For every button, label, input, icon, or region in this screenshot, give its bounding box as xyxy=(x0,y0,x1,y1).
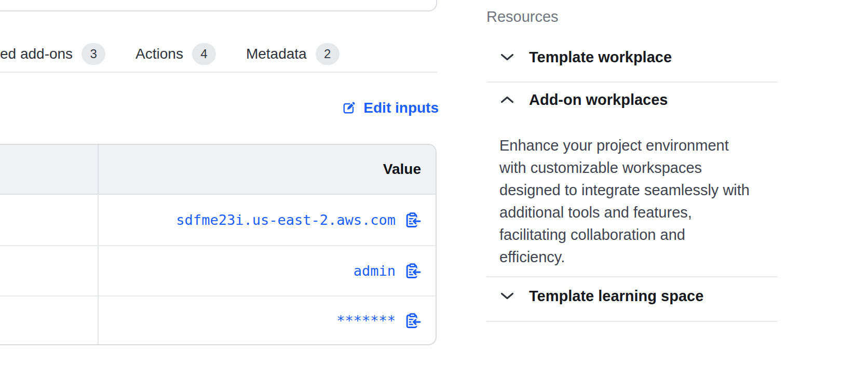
table-header-value-cell: Value xyxy=(99,145,436,194)
chevron-down-icon xyxy=(500,53,514,61)
table-row: admin xyxy=(0,246,436,296)
table-row-key-cell xyxy=(0,195,99,245)
tab-label: ed add-ons xyxy=(0,46,73,62)
table-row-key-cell xyxy=(0,296,99,344)
add-on-workplaces-description: Enhance your project environment with cu… xyxy=(499,134,762,268)
chevron-down-icon xyxy=(500,292,514,300)
copy-value-button[interactable] xyxy=(404,211,421,228)
accordion-template-learning-space[interactable]: Template learning space xyxy=(486,286,777,306)
tab-metadata[interactable]: Metadata 2 xyxy=(246,43,340,65)
section-divider xyxy=(486,276,777,277)
accordion-label: Template learning space xyxy=(529,288,703,305)
tab-count-badge: 2 xyxy=(316,43,340,65)
table-row: ******* xyxy=(0,296,436,344)
input-value-password-masked: ******* xyxy=(336,313,396,329)
table-row-key-cell xyxy=(0,246,99,295)
edit-inputs-label: Edit inputs xyxy=(363,100,439,116)
tab-bar: ed add-ons 3 Actions 4 Metadata 2 xyxy=(0,42,340,66)
edit-pencil-square-icon xyxy=(341,100,357,116)
tab-count-badge: 4 xyxy=(192,43,216,65)
copy-value-button[interactable] xyxy=(404,312,421,329)
resources-panel-title: Resources xyxy=(486,8,559,25)
tab-actions[interactable]: Actions 4 xyxy=(135,43,216,65)
tab-installed-add-ons[interactable]: ed add-ons 3 xyxy=(0,43,105,65)
tab-bar-divider xyxy=(0,72,437,73)
accordion-label: Add-on workplaces xyxy=(529,91,668,109)
table-row: sdfme23i.us-east-2.aws.com xyxy=(0,195,436,246)
chevron-up-icon xyxy=(500,96,514,104)
tab-label: Actions xyxy=(135,46,183,62)
input-value-username: admin xyxy=(354,263,396,279)
accordion-template-workplace[interactable]: Template workplace xyxy=(486,47,777,68)
copy-value-button[interactable] xyxy=(404,262,421,279)
section-divider xyxy=(486,321,777,322)
tab-label: Metadata xyxy=(246,46,307,62)
table-header-key-cell xyxy=(0,145,99,194)
input-value-host: sdfme23i.us-east-2.aws.com xyxy=(176,212,396,228)
accordion-label: Template workplace xyxy=(529,49,672,66)
edit-inputs-button[interactable]: Edit inputs xyxy=(341,100,439,116)
previous-section-card xyxy=(0,0,437,11)
tab-count-badge: 3 xyxy=(82,43,105,65)
inputs-table: Value sdfme23i.us-east-2.aws.com admin xyxy=(0,144,437,345)
accordion-add-on-workplaces[interactable]: Add-on workplaces xyxy=(486,89,777,110)
section-divider xyxy=(486,82,777,83)
table-header-row: Value xyxy=(0,145,436,195)
value-column-header: Value xyxy=(383,161,421,178)
